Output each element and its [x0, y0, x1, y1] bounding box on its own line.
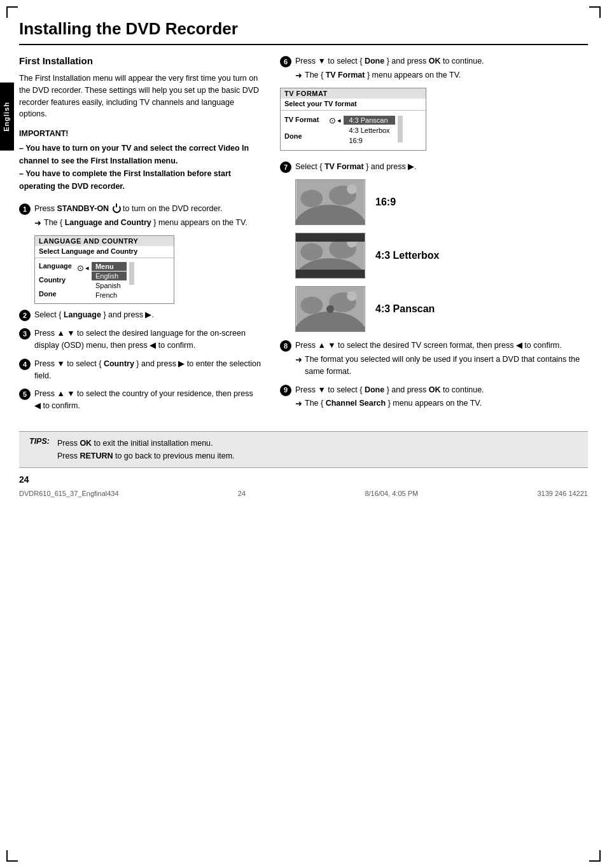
step-arrow-text-9: The { Channel Search } menu appears on t…: [305, 397, 482, 410]
lang-options-row: Menu English Spanish French: [92, 262, 134, 300]
step-num-6: 6: [280, 56, 291, 67]
menu-option-french[interactable]: French: [92, 291, 127, 300]
tips-box: TIPS: Press OK to exit the initial insta…: [19, 431, 588, 468]
lang-menu-labels: Language Country Done: [39, 262, 72, 300]
tv-menu-indicator: ⊙ ◂: [329, 116, 341, 125]
footer-right: 3139 246 14221: [537, 490, 588, 497]
svg-point-7: [300, 244, 323, 261]
tv-format-images: 16:9 4:3 Let: [295, 179, 588, 332]
lang-menu-arrow-area: ⊙ ◂ Menu English Spanish French: [77, 262, 134, 300]
step-num-8: 8: [280, 340, 291, 352]
tv-format-label-panscan: 4:3 Panscan: [375, 303, 435, 315]
arrow-symbol-1: ➜: [34, 217, 41, 230]
tips-text: Press OK to exit the initial installatio…: [57, 437, 235, 462]
menu-option-spanish[interactable]: Spanish: [92, 281, 127, 290]
tv-thumb-169: [295, 179, 365, 225]
tv-menu-body: TV Format Done ⊙ ◂ 4:3 Panscan 4:3 Lette…: [281, 111, 426, 150]
tv-option-169[interactable]: 16:9: [344, 136, 394, 145]
tv-format-row-letterbox: 4:3 Letterbox: [295, 233, 588, 279]
tips-label: TIPS:: [29, 437, 50, 462]
step-5: 5 Press ▲ ▼ to select the country of you…: [19, 388, 261, 412]
tv-label-done: Done: [284, 132, 319, 140]
menu-header: Menu: [92, 262, 127, 271]
lang-menu-title: LANGUAGE AND COUNTRY: [35, 236, 174, 246]
step-1: 1 Press STANDBY-ON to turn on the DVD re…: [19, 203, 261, 229]
tv-options-list: 4:3 Panscan 4:3 Letterbox 16:9: [344, 116, 394, 145]
step-6: 6 Press ▼ to select { Done } and press O…: [280, 55, 588, 81]
step-3: 3 Press ▲ ▼ to select the desired langua…: [19, 327, 261, 352]
tv-option-panscan[interactable]: 4:3 Panscan: [344, 116, 394, 125]
tv-menu-subtitle: Select your TV format: [281, 99, 426, 111]
tv-format-menu: TV FORMAT Select your TV format TV Forma…: [280, 88, 426, 151]
step-num-5: 5: [19, 389, 31, 400]
tv-label-format: TV Format: [284, 116, 319, 123]
svg-point-14: [347, 291, 357, 301]
tv-menu-pointer-area: ⊙ ◂ 4:3 Panscan 4:3 Letterbox 16:9: [329, 116, 402, 145]
step-arrow-text-6: The { TV Format } menu appears on the TV…: [305, 69, 461, 81]
step-content-2: Select { Language } and press ▶.: [34, 309, 261, 321]
corner-mark-tl: [6, 6, 18, 18]
section-heading: First Installation: [19, 55, 261, 66]
tv-menu-title: TV FORMAT: [281, 88, 426, 99]
language-country-menu: LANGUAGE AND COUNTRY Select Language and…: [34, 235, 174, 304]
tv-format-label-169: 16:9: [375, 196, 396, 208]
scroll-indicator: [129, 262, 134, 285]
step-content-8: Press ▲ ▼ to select the desired TV scree…: [295, 340, 588, 377]
step-arrow-8: ➜ The format you selected will only be u…: [295, 354, 588, 378]
tv-option-letterbox[interactable]: 4:3 Letterbox: [344, 126, 394, 135]
step-arrow-6: ➜ The { TV Format } menu appears on the …: [295, 69, 588, 82]
corner-mark-br: [589, 850, 601, 862]
corner-mark-tr: [589, 6, 601, 18]
footer-date: 8/16/04, 4:05 PM: [365, 490, 418, 497]
step-arrow-9: ➜ The { Channel Search } menu appears on…: [295, 397, 588, 410]
step-num-7: 7: [280, 162, 291, 173]
main-content: Installing the DVD Recorder First Instal…: [19, 0, 588, 418]
tv-labels: TV Format Done: [284, 116, 319, 140]
important-label: IMPORTANT!: [19, 129, 261, 138]
step-arrow-text-8: The format you selected will only be use…: [305, 354, 588, 378]
lang-menu-dot: ⊙: [77, 263, 84, 273]
tv-dot: ⊙: [329, 116, 336, 125]
arrow-symbol-6: ➜: [295, 69, 302, 82]
footer: DVDR610_615_37_Engfinal434 24 8/16/04, 4…: [0, 487, 607, 500]
important-box: IMPORTANT! – You have to turn on your TV…: [19, 129, 261, 193]
tv-format-row-panscan: 4:3 Panscan: [295, 286, 588, 332]
two-column-layout: First Installation The First Installatio…: [19, 55, 588, 418]
step-num-4: 4: [19, 359, 31, 370]
tv-format-row-169: 16:9: [295, 179, 588, 225]
step-num-2: 2: [19, 310, 31, 321]
step-content-5: Press ▲ ▼ to select the country of your …: [34, 388, 261, 412]
page-number: 24: [19, 474, 607, 485]
menu-option-english[interactable]: English: [92, 272, 127, 280]
lang-menu-body: Language Country Done ⊙ ◂ Menu: [35, 258, 174, 303]
letterbox-bar-bottom: [296, 270, 365, 278]
corner-mark-bl: [6, 850, 18, 862]
important-text: – You have to turn on your TV and select…: [19, 142, 261, 193]
step-content-4: Press ▼ to select { Country } and press …: [34, 358, 261, 382]
lang-menu-pointer: ◂: [85, 264, 89, 272]
step-9: 9 Press ▼ to select { Done } and press O…: [280, 384, 588, 410]
footer-left: DVDR610_615_37_Engfinal434: [19, 490, 119, 497]
lang-label-done: Done: [39, 290, 72, 298]
step-num-1: 1: [19, 203, 31, 215]
left-column: First Installation The First Installatio…: [19, 55, 261, 418]
tv-format-label-letterbox: 4:3 Letterbox: [375, 250, 439, 261]
lang-options-col: Menu English Spanish French: [92, 262, 134, 300]
lang-menu-subtitle: Select Language and Country: [35, 246, 174, 258]
step-content-6: Press ▼ to select { Done } and press OK …: [295, 55, 588, 81]
step-content-7: Select { TV Format } and press ▶.: [295, 161, 588, 173]
page-title: Installing the DVD Recorder: [19, 19, 588, 45]
tv-scroll: [398, 116, 403, 142]
lang-label-language: Language: [39, 262, 72, 270]
step-num-9: 9: [280, 385, 291, 396]
right-column: 6 Press ▼ to select { Done } and press O…: [280, 55, 588, 418]
step-2: 2 Select { Language } and press ▶.: [19, 309, 261, 321]
tv-thumb-panscan: [295, 286, 365, 332]
lang-menu-indicator: ⊙ ◂: [77, 262, 89, 273]
lang-label-country: Country: [39, 276, 72, 284]
panscan-dot: [326, 305, 334, 313]
step-7: 7 Select { TV Format } and press ▶.: [280, 161, 588, 173]
step-content-9: Press ▼ to select { Done } and press OK …: [295, 384, 588, 410]
standby-icon: [113, 205, 121, 213]
footer-center: 24: [238, 490, 246, 497]
